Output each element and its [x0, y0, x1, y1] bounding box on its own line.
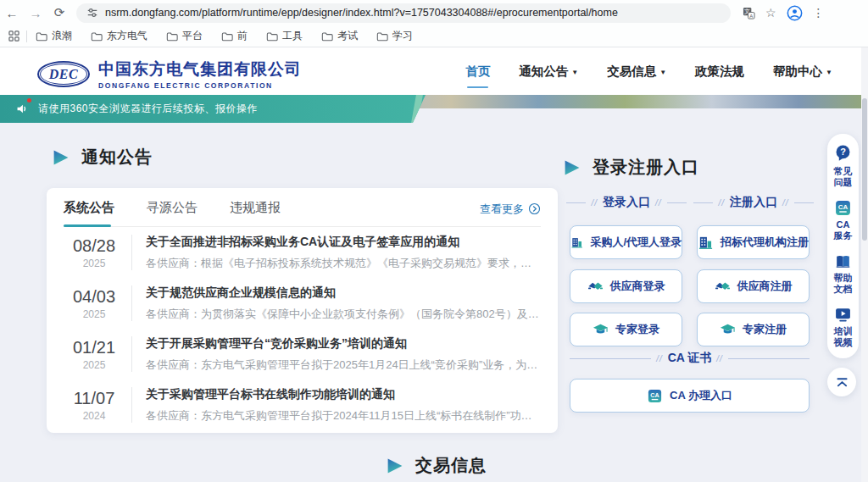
trade-section-header: 交易信息: [385, 454, 487, 477]
bookmark-folder[interactable]: 前: [221, 29, 248, 43]
speaker-icon: [15, 102, 30, 116]
dec-logo-oval: DEC: [37, 61, 90, 87]
translate-icon[interactable]: 文A: [743, 7, 755, 19]
bookmarks-divider: [26, 30, 27, 42]
building-icon: [698, 235, 714, 251]
bookmark-folder[interactable]: 浪潮: [36, 29, 72, 43]
bookmark-folder[interactable]: 考试: [321, 29, 358, 43]
purchaser-login-button[interactable]: 采购人/代理人登录: [570, 225, 682, 259]
bookmark-label: 前: [237, 29, 248, 43]
row-divider: [131, 235, 132, 270]
notice-desc: 各供应商：东方电气采购管理平台拟于2025年1月24日上线“竞价采购”业务，为帮…: [146, 357, 541, 373]
training-video-rail-item[interactable]: 培训视频: [834, 306, 853, 348]
section-arrow-icon: [51, 147, 71, 168]
notice-title[interactable]: 关于规范供应商企业规模信息的通知: [146, 285, 541, 301]
bookmark-label: 学习: [392, 29, 413, 43]
tab-system-notices[interactable]: 系统公告: [64, 200, 114, 218]
collapse-to-top-button[interactable]: [827, 368, 856, 396]
page-scrollbar[interactable]: [861, 47, 868, 482]
row-divider: [131, 336, 132, 372]
nav-help-center[interactable]: 帮助中心▼: [773, 60, 832, 83]
svg-text:CA: CA: [650, 391, 659, 398]
login-group-label: //登录入口//: [566, 195, 687, 210]
notice-row[interactable]: 01/21 2025 关于开展采购管理平台“竞价采购业务”培训的通知 各供应商：…: [64, 329, 541, 380]
folder-icon: [36, 31, 47, 42]
help-docs-rail-item[interactable]: 帮助文档: [834, 252, 853, 295]
bookmark-label: 浪潮: [52, 29, 72, 43]
banner-accent-stripe: [411, 95, 423, 123]
notice-row[interactable]: 11/07 2024 关于采购管理平台标书在线制作功能培训的通知 各供应商：东方…: [64, 380, 541, 430]
chevron-down-icon: ▼: [571, 69, 578, 76]
collapse-top-icon: [835, 375, 849, 390]
graduation-cap-icon: [593, 322, 609, 338]
bookmark-folder[interactable]: 平台: [166, 29, 203, 43]
section-arrow-icon: [562, 158, 582, 178]
handshake-icon: [715, 279, 731, 295]
company-name-en: DONGFANG ELECTRIC CORPORATION: [98, 81, 302, 90]
notice-title[interactable]: 关于采购管理平台标书在线制作功能培训的通知: [146, 387, 541, 402]
login-section-header: 登录注册入口: [562, 156, 699, 179]
scrollbar-thumb[interactable]: [862, 98, 867, 241]
nav-notices[interactable]: 通知公告▼: [519, 60, 578, 83]
supplier-register-button[interactable]: 供应商注册: [697, 269, 810, 303]
bidding-agency-register-button[interactable]: 招标代理机构注册: [697, 225, 810, 259]
ca-badge-icon: CA: [647, 388, 663, 404]
login-section-title: 登录注册入口: [593, 156, 699, 179]
reload-icon[interactable]: ⟳: [47, 5, 71, 20]
bookmark-label: 平台: [182, 29, 203, 43]
nav-trade-info[interactable]: 交易信息▼: [607, 60, 666, 83]
bookmark-folder[interactable]: 东方电气: [91, 29, 147, 43]
nav-policies[interactable]: 政策法规: [695, 60, 744, 83]
tab-violation-reports[interactable]: 违规通报: [230, 200, 281, 218]
url-bar[interactable]: nsrm.dongfang.com/platform/runtime/epp/d…: [76, 3, 731, 23]
notice-date: 11/07 2024: [64, 389, 125, 422]
ca-badge-icon: CA: [834, 199, 852, 217]
company-logo[interactable]: DEC 中国东方电气集团有限公司 DONGFANG ELECTRIC CORPO…: [37, 58, 302, 90]
ca-apply-button[interactable]: CA CA 办理入口: [570, 379, 810, 413]
notice-row[interactable]: 04/03 2025 关于规范供应商企业规模信息的通知 各供应商：为贯彻落实《保…: [64, 278, 541, 329]
browser-menu-icon[interactable]: ⋮: [813, 6, 825, 19]
notices-tab-bar: 系统公告 寻源公告 违规通报 查看更多: [64, 200, 541, 227]
company-name-cn: 中国东方电气集团有限公司: [98, 58, 302, 80]
graduation-cap-icon: [720, 322, 736, 338]
profile-avatar[interactable]: [787, 5, 803, 21]
notice-date: 01/21 2025: [64, 338, 125, 371]
url-text: nsrm.dongfang.com/platform/runtime/epp/d…: [105, 7, 618, 19]
notice-date: 08/28 2025: [64, 236, 125, 269]
main-nav: 首页 通知公告▼ 交易信息▼ 政策法规 帮助中心▼: [465, 47, 832, 95]
notice-desc: 各供应商：东方电气采购管理平台拟于2024年11月15日上线“标书在线制作”功能…: [146, 408, 541, 424]
view-more-link[interactable]: 查看更多: [480, 202, 541, 217]
handshake-icon: [587, 279, 604, 295]
folder-icon: [376, 31, 388, 42]
folder-icon: [321, 31, 333, 42]
bookmark-folder[interactable]: 工具: [266, 29, 303, 43]
faq-rail-item[interactable]: ? 常见问题: [834, 144, 853, 188]
browser-toolbar: ← → ⟳ nsrm.dongfang.com/platform/runtime…: [0, 0, 868, 25]
bookmark-star-icon[interactable]: ☆: [765, 6, 776, 19]
forward-icon[interactable]: →: [24, 6, 47, 20]
dec-logo-text: DEC: [49, 67, 78, 82]
book-icon: [834, 252, 852, 270]
tab-sourcing-notices[interactable]: 寻源公告: [147, 200, 198, 218]
notice-desc: 各供应商：为贯彻落实《保障中小企业款项支付条例》（国务院令第802号）及《中小企…: [146, 307, 541, 322]
notice-row[interactable]: 08/28 2025 关于全面推进非招标采购业务CA认证及电子签章应用的通知 各…: [64, 227, 541, 278]
notification-dot: [27, 98, 31, 102]
notice-title[interactable]: 关于全面推进非招标采购业务CA认证及电子签章应用的通知: [146, 235, 541, 250]
bookmarks-bar: 浪潮 东方电气 平台 前 工具 考试 学习: [0, 25, 868, 47]
row-divider: [131, 285, 132, 321]
bookmark-folder[interactable]: 学习: [376, 29, 413, 43]
nav-home[interactable]: 首页: [465, 60, 490, 83]
notice-title[interactable]: 关于开展采购管理平台“竞价采购业务”培训的通知: [146, 336, 541, 352]
site-settings-icon[interactable]: [86, 7, 98, 19]
bookmark-label: 东方电气: [107, 29, 147, 43]
expert-register-button[interactable]: 专家注册: [697, 313, 810, 346]
ca-service-rail-item[interactable]: CA CA服务: [834, 199, 853, 241]
supplier-login-button[interactable]: 供应商登录: [570, 269, 682, 303]
back-icon[interactable]: ←: [0, 6, 24, 20]
chevron-down-icon: ▼: [659, 69, 666, 76]
register-group-label: //注册入口//: [693, 195, 814, 210]
apps-grid-icon[interactable]: [8, 30, 19, 42]
chevron-down-icon: ▼: [826, 69, 832, 76]
expert-login-button[interactable]: 专家登录: [570, 313, 682, 346]
building-icon: [570, 235, 583, 251]
